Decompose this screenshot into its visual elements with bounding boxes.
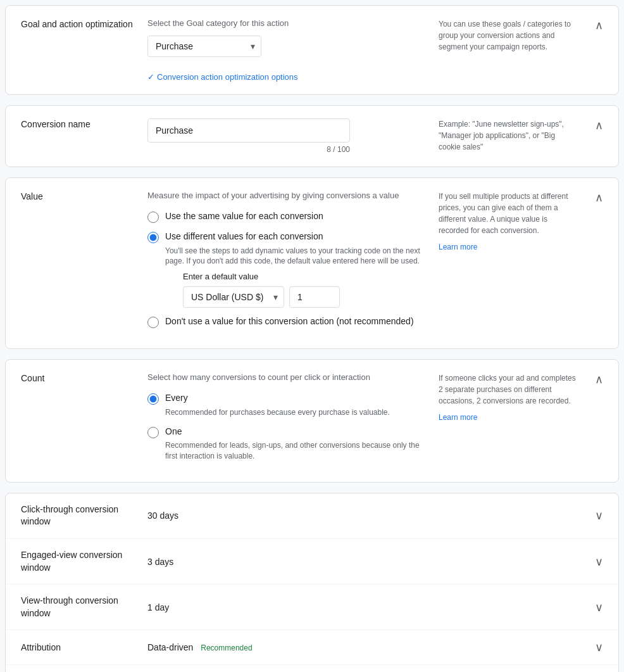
- chevron-up-icon: ∧: [595, 191, 603, 205]
- value-collapse-toggle[interactable]: ∧: [578, 191, 603, 205]
- count-one-content: One Recommended for leads, sign-ups, and…: [165, 426, 423, 462]
- attribution-row[interactable]: Attribution Data-driven Recommended ∨: [6, 630, 618, 665]
- count-help-text: If someone clicks your ad and completes …: [439, 372, 578, 407]
- goal-label-col: Goal and action optimization: [21, 18, 147, 31]
- count-learn-more-link[interactable]: Learn more: [439, 413, 477, 422]
- goal-help-text: You can use these goals / categories to …: [439, 18, 578, 53]
- conversion-name-section-row: Conversion name 8 / 100 Example: "June n…: [6, 106, 618, 167]
- conversion-name-input[interactable]: [147, 118, 350, 143]
- count-every-label: Every: [165, 392, 390, 405]
- goal-section-card: Goal and action optimization Select the …: [5, 5, 619, 95]
- count-header-text: Select how many conversions to count per…: [147, 372, 423, 382]
- click-through-value: 30 days: [147, 510, 595, 521]
- count-one-label: One: [165, 426, 423, 438]
- attribution-value: Data-driven Recommended: [147, 642, 595, 652]
- chevron-up-icon: ∧: [595, 18, 603, 32]
- chevron-up-icon: ∧: [595, 372, 603, 386]
- value-option1-label: Use the same value for each conversion: [165, 210, 323, 223]
- value-option3-radio[interactable]: [147, 317, 159, 328]
- count-collapse-toggle[interactable]: ∧: [578, 372, 603, 386]
- count-section-row: Count Select how many conversions to cou…: [6, 360, 618, 482]
- value-option2[interactable]: Use different values for each conversion…: [147, 231, 423, 308]
- count-every-subtext: Recommended for purchases because every …: [165, 407, 390, 418]
- count-option-every[interactable]: Every Recommended for purchases because …: [147, 392, 423, 417]
- click-through-row[interactable]: Click-through conversion window 30 days …: [6, 493, 618, 539]
- value-help-col: If you sell multiple products at differe…: [439, 191, 578, 253]
- value-option1-radio[interactable]: [147, 212, 159, 223]
- count-section-label: Count: [21, 372, 147, 385]
- count-option-one[interactable]: One Recommended for leads, sign-ups, and…: [147, 426, 423, 462]
- goal-section-row: Goal and action optimization Select the …: [6, 6, 618, 94]
- value-help-text: If you sell multiple products at differe…: [439, 191, 578, 236]
- currency-select[interactable]: US Dollar (USD $) Euro (EUR €) British P…: [183, 286, 284, 308]
- goal-content-col: Select the Goal category for this action…: [147, 18, 423, 82]
- count-every-content: Every Recommended for purchases because …: [165, 392, 390, 417]
- count-label-col: Count: [21, 372, 147, 385]
- attribution-label: Attribution: [21, 642, 147, 654]
- attribution-chevron-icon: ∨: [595, 640, 603, 654]
- view-through-label: View-through conversion window: [21, 595, 147, 619]
- conversion-name-help-text: Example: "June newsletter sign-ups", "Ma…: [439, 118, 578, 153]
- value-option1-content: Use the same value for each conversion: [165, 210, 323, 223]
- count-one-subtext: Recommended for leads, sign-ups, and oth…: [165, 440, 423, 462]
- chevron-down-icon: ✓: [147, 72, 154, 82]
- view-through-value: 1 day: [147, 602, 595, 612]
- value-option2-radio[interactable]: [147, 232, 159, 243]
- engaged-view-label: Engaged-view conversion window: [21, 549, 147, 574]
- default-value-inputs: US Dollar (USD $) Euro (EUR €) British P…: [183, 286, 423, 308]
- enhanced-conversions-row[interactable]: Enhanced conversions Not configured ∨: [6, 665, 618, 672]
- view-through-row[interactable]: View-through conversion window 1 day ∨: [6, 585, 618, 630]
- char-count-display: 8 / 100: [147, 145, 350, 154]
- count-section-card: Count Select how many conversions to cou…: [5, 359, 619, 483]
- conversion-name-label-col: Conversion name: [21, 118, 147, 131]
- conversion-name-card: Conversion name 8 / 100 Example: "June n…: [5, 105, 619, 167]
- engaged-view-chevron-icon: ∨: [595, 555, 603, 569]
- goal-category-select[interactable]: Purchase Sales Leads Page views Other: [147, 35, 261, 57]
- value-option2-content: Use different values for each conversion…: [165, 231, 423, 308]
- value-option2-label: Use different values for each conversion: [165, 231, 423, 243]
- engaged-view-row[interactable]: Engaged-view conversion window 3 days ∨: [6, 539, 618, 585]
- chevron-up-icon: ∧: [595, 118, 603, 132]
- page-container: Goal and action optimization Select the …: [0, 0, 624, 672]
- value-content-col: Measure the impact of your advertising b…: [147, 191, 423, 336]
- click-through-chevron-icon: ∨: [595, 509, 603, 523]
- goal-section-label: Goal and action optimization: [21, 18, 147, 31]
- conversion-optimization-link[interactable]: ✓ Conversion action optimization options: [147, 72, 423, 82]
- count-every-radio[interactable]: [147, 393, 159, 405]
- conversion-name-collapse-toggle[interactable]: ∧: [578, 118, 603, 132]
- conversion-name-section-label: Conversion name: [21, 118, 147, 131]
- value-option1[interactable]: Use the same value for each conversion: [147, 210, 423, 223]
- value-section-row: Value Measure the impact of your adverti…: [6, 178, 618, 348]
- currency-select-wrapper: US Dollar (USD $) Euro (EUR €) British P…: [183, 286, 284, 308]
- goal-collapse-toggle[interactable]: ∧: [578, 18, 603, 32]
- count-one-radio[interactable]: [147, 427, 159, 438]
- count-help-col: If someone clicks your ad and completes …: [439, 372, 578, 423]
- engaged-view-value: 3 days: [147, 557, 595, 567]
- recommended-badge: Recommended: [201, 643, 252, 652]
- value-section-card: Value Measure the impact of your adverti…: [5, 177, 619, 349]
- count-content-col: Select how many conversions to count per…: [147, 372, 423, 469]
- value-header-text: Measure the impact of your advertising b…: [147, 191, 423, 200]
- goal-select-wrapper: Purchase Sales Leads Page views Other ▾: [147, 35, 261, 57]
- value-learn-more-link[interactable]: Learn more: [439, 243, 477, 251]
- view-through-chevron-icon: ∨: [595, 600, 603, 614]
- conversion-name-content-col: 8 / 100: [147, 118, 423, 154]
- collapsible-settings-card: Click-through conversion window 30 days …: [5, 493, 619, 672]
- value-label-col: Value: [21, 191, 147, 203]
- value-option3-content: Don't use a value for this conversion ac…: [165, 315, 414, 328]
- click-through-label: Click-through conversion window: [21, 504, 147, 528]
- value-option3[interactable]: Don't use a value for this conversion ac…: [147, 315, 423, 328]
- value-option3-label: Don't use a value for this conversion ac…: [165, 315, 414, 328]
- value-option2-subtext: You'll see the steps to add dynamic valu…: [165, 246, 423, 267]
- value-section-label: Value: [21, 191, 147, 203]
- goal-header-text: Select the Goal category for this action: [147, 18, 423, 28]
- default-value-input[interactable]: [289, 286, 340, 308]
- conversion-link-text: Conversion action optimization options: [157, 72, 298, 82]
- default-value-label: Enter a default value: [183, 272, 423, 281]
